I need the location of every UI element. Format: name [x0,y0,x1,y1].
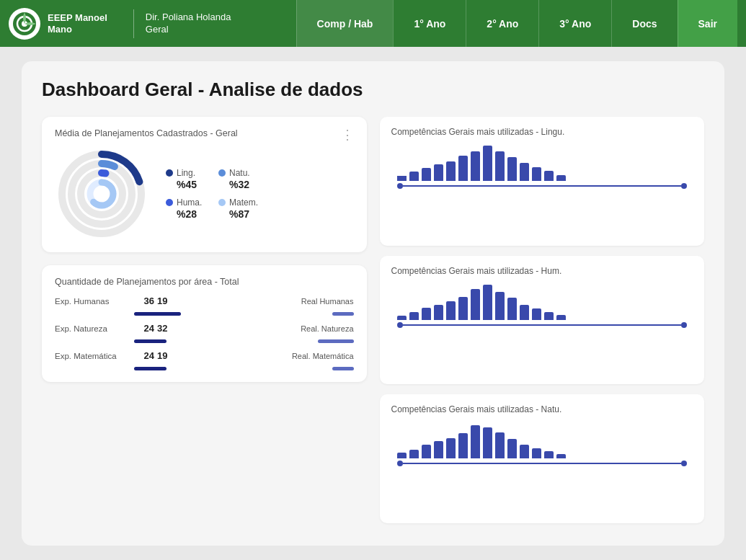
logo-svg [12,11,37,37]
axis-dot-left [397,322,403,328]
donut-chart [55,147,148,241]
comp-axis-hum [391,322,693,328]
bar [495,432,505,458]
nav-docs[interactable]: Docs [611,0,677,47]
legend-natu: Natu. %32 [218,168,258,190]
qty-row-3-labels: Exp. Matemática 24 19 Real. Matemática [55,350,354,361]
legend-value-matem: %87 [218,208,258,220]
legend-huma: Huma. %28 [166,197,205,220]
bar [458,297,468,320]
nav-sair[interactable]: Sair [678,0,737,47]
comp-chart-natu-title: Competências Gerais mais utilizadas - Na… [391,404,693,414]
bar [471,151,480,181]
bar [422,168,431,181]
bar [458,433,468,459]
bar [409,312,419,320]
school-name-text: EEEP Manoel Mano [48,12,107,35]
qty-num-matematica-right: 19 [157,350,177,361]
qty-bar-left-1 [134,312,181,316]
bar [483,285,492,319]
axis-line [403,463,682,464]
qty-bar-right-2 [318,339,354,343]
bar [434,164,443,181]
bar [556,175,566,181]
dashboard-grid: Média de Planejamentos Cadastrados - Ger… [42,117,704,523]
axis-dot-left [397,461,403,466]
legend-dot-ling [166,169,173,177]
school-name-line1: EEEP Manoel [48,12,107,24]
qty-label-matematica: Exp. Matemática [55,352,134,360]
main-content: Dashboard Geral - Analise de dados Média… [0,47,746,560]
bar [532,308,541,319]
bar [422,445,431,458]
bar [409,172,419,181]
bar [544,171,554,181]
comp-axis-lingu [391,183,693,189]
bar [434,305,443,320]
qty-label-real-natureza: Real. Natureza [289,324,354,333]
director-info: Dir. Poliana Holanda Geral [146,12,231,36]
donut-menu-button[interactable]: ⋮ [341,128,354,141]
comp-bars-hum [391,280,693,320]
bar [532,448,541,458]
director-role: Geral [146,24,231,36]
axis-dot-right [681,461,687,466]
bar [532,167,541,181]
qty-bars-2 [55,339,354,343]
qty-num-humanas-left: 36 [134,295,154,306]
bar [520,163,529,181]
donut-content: Ling. %45 Natu. %32 [55,147,354,241]
nav-1ano[interactable]: 1° Ano [393,0,466,47]
legend-label-natu: Natu. [229,168,250,178]
nav-comp-hab[interactable]: Comp / Hab [296,0,394,47]
bar [483,146,492,182]
legend-label-ling: Ling. [177,168,195,178]
bar [471,425,480,459]
donut-widget-header: Média de Planejamentos Cadastrados - Ger… [55,128,354,147]
nav-3ano[interactable]: 3° Ano [538,0,611,47]
main-nav: Comp / Hab 1° Ano 2° Ano 3° Ano Docs Sai… [296,0,737,47]
header: EEEP Manoel Mano Dir. Poliana Holanda Ge… [0,0,746,47]
legend-matem: Matem. %87 [218,197,258,220]
bar [446,438,456,459]
comp-bars-lingu [391,141,693,181]
bar [507,439,517,459]
qty-num-natureza-left: 24 [134,323,154,334]
comp-chart-natu: Competências Gerais mais utilizadas - Na… [380,394,705,523]
bar [544,451,554,458]
donut-legend: Ling. %45 Natu. %32 [166,168,258,220]
axis-dot-right [681,322,687,328]
axis-line [403,324,682,326]
qty-bar-left-2 [134,339,166,343]
bar [495,151,505,181]
bar [446,161,456,182]
qty-row-2: Exp. Natureza 24 32 Real. Natureza [55,323,354,343]
content-card: Dashboard Geral - Analise de dados Média… [22,61,724,546]
school-logo-icon [9,8,40,40]
bar [458,156,468,181]
qty-label-natureza: Exp. Natureza [55,324,134,333]
legend-value-huma: %28 [166,208,205,220]
legend-ling: Ling. %45 [166,168,205,190]
legend-value-natu: %32 [218,179,258,190]
bar [446,301,456,319]
qty-row-2-labels: Exp. Natureza 24 32 Real. Natureza [55,323,354,334]
right-column: Competências Gerais mais utilizadas - Li… [380,117,705,523]
comp-chart-hum-title: Competências Gerais mais utilizadas - Hu… [391,266,693,276]
nav-2ano[interactable]: 2° Ano [466,0,538,47]
bar [556,454,566,458]
director-name: Dir. Poliana Holanda [146,12,231,24]
qty-bars-3 [55,367,354,370]
comp-chart-lingu: Competências Gerais mais utilizadas - Li… [380,117,705,246]
qty-row-1: Exp. Humanas 36 19 Real Humanas [55,295,354,316]
bar [544,312,554,320]
header-divider [133,9,134,38]
qty-label-real-matematica: Real. Matemática [289,352,354,360]
bar [397,453,407,458]
qty-bars-1 [55,312,354,316]
legend-label-matem: Matem. [229,197,258,208]
bar [422,308,431,320]
bar [507,157,517,181]
bar [397,316,407,320]
qty-num-humanas-right: 19 [157,295,177,306]
